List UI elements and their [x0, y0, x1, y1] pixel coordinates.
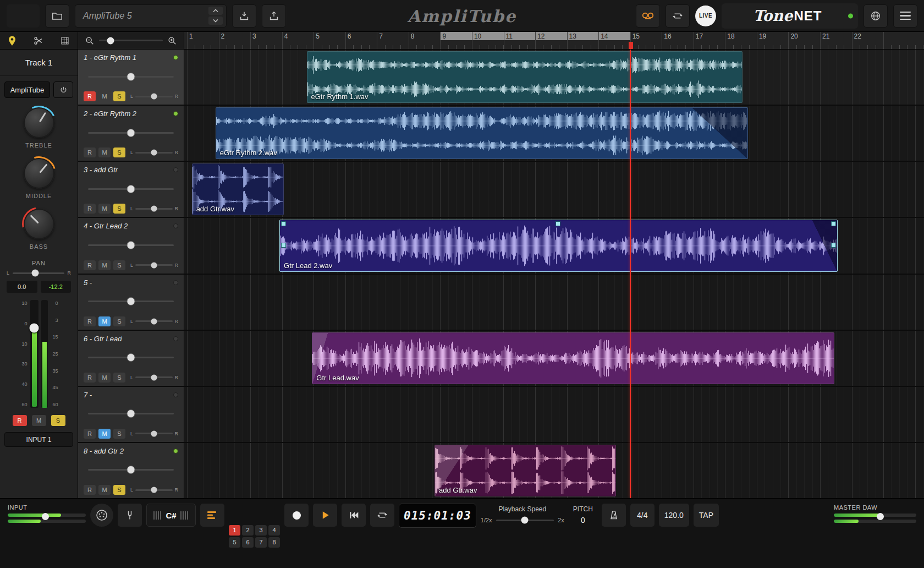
- zoom-in-icon[interactable]: [167, 36, 177, 46]
- track-solo-button[interactable]: S: [113, 316, 125, 326]
- track-volume-slider[interactable]: [88, 353, 174, 362]
- track-record-button[interactable]: R: [84, 204, 96, 214]
- audio-clip[interactable]: eGtr Rythm 1.wav: [307, 51, 743, 103]
- track-lane-6[interactable]: Gtr Lead.wav: [184, 331, 924, 386]
- audio-clip[interactable]: eGtr Rythm 2.wav: [216, 107, 748, 159]
- preset-next-button[interactable]: [208, 17, 223, 25]
- zoom-out-icon[interactable]: [85, 36, 95, 46]
- track-record-button[interactable]: R: [84, 373, 96, 383]
- track-lane-5[interactable]: [184, 275, 924, 330]
- bpm-button[interactable]: 120.0: [659, 504, 689, 527]
- track-select-8[interactable]: 8: [268, 537, 280, 548]
- track-pan-control[interactable]: LR: [130, 263, 178, 268]
- track-pan-control[interactable]: LR: [130, 94, 178, 99]
- clip-resize-handle[interactable]: [831, 243, 836, 248]
- track-solo-button[interactable]: S: [113, 260, 125, 270]
- preset-selector[interactable]: AmpliTube 5: [75, 4, 227, 28]
- input-meter[interactable]: [8, 514, 86, 523]
- track-mute-button[interactable]: M: [98, 373, 111, 383]
- track-record-button[interactable]: R: [84, 148, 96, 157]
- amplitube-plugin-button[interactable]: AmpliTube: [4, 81, 50, 98]
- channel-volume-fader[interactable]: [30, 300, 38, 408]
- track-solo-button[interactable]: S: [113, 429, 125, 439]
- tuner-button[interactable]: [118, 504, 142, 527]
- rewind-button[interactable]: [342, 504, 366, 527]
- play-button[interactable]: [313, 504, 337, 527]
- time-signature-button[interactable]: 4/4: [630, 504, 654, 527]
- track-record-button[interactable]: R: [84, 91, 96, 101]
- clip-resize-handle[interactable]: [831, 221, 836, 226]
- tap-tempo-button[interactable]: TAP: [694, 504, 719, 527]
- looper-button[interactable]: [666, 4, 690, 28]
- save-preset-button[interactable]: [232, 4, 256, 28]
- track-volume-slider[interactable]: [88, 129, 174, 137]
- track-lane-7[interactable]: [184, 387, 924, 442]
- track-pan-control[interactable]: LR: [130, 206, 178, 211]
- track-header-2[interactable]: 2 - eGtr Rythm 2RMSLR: [78, 106, 184, 161]
- track-solo-button[interactable]: S: [113, 148, 125, 157]
- playback-speed-slider[interactable]: [496, 520, 554, 521]
- track-header-4[interactable]: 4 - Gtr Lead 2RMSLR: [78, 218, 184, 273]
- audio-clip[interactable]: add Gtr.wav: [192, 163, 284, 215]
- track-record-button[interactable]: R: [84, 316, 96, 326]
- track-lane-1[interactable]: eGtr Rythm 1.wav: [184, 50, 924, 105]
- track-solo-button[interactable]: S: [113, 204, 125, 214]
- track-header-7[interactable]: 7 -RMSLR: [78, 387, 184, 442]
- zoom-slider[interactable]: [99, 40, 163, 41]
- track-mute-button[interactable]: M: [98, 204, 111, 214]
- preset-prev-button[interactable]: [208, 7, 223, 15]
- clip-resize-handle[interactable]: [281, 221, 286, 226]
- master-level-thumb[interactable]: [877, 513, 884, 520]
- menu-button[interactable]: [893, 4, 917, 28]
- track-select-4[interactable]: 4: [268, 525, 280, 536]
- track-header-1[interactable]: 1 - eGtr Rythm 1RMSLR: [78, 50, 184, 105]
- track-lane-4[interactable]: Gtr Lead 2.wav: [184, 218, 924, 273]
- live-button[interactable]: LIVE: [695, 6, 716, 26]
- track-select-3[interactable]: 3: [255, 525, 267, 536]
- track-pan-control[interactable]: LR: [130, 375, 178, 380]
- audio-clip[interactable]: Gtr Lead.wav: [312, 332, 834, 384]
- timeline-ruler[interactable]: 12345678910111213141516171819202122: [184, 32, 924, 49]
- track-record-button[interactable]: R: [84, 429, 96, 439]
- master-meter[interactable]: [834, 514, 916, 523]
- middle-knob[interactable]: [24, 158, 54, 189]
- globe-button[interactable]: [864, 4, 888, 28]
- track-select-2[interactable]: 2: [242, 525, 254, 536]
- plugin-power-button[interactable]: [53, 81, 73, 98]
- grid-icon[interactable]: [60, 36, 70, 46]
- track-lane-8[interactable]: add Gtr.wav: [184, 443, 924, 498]
- track-select-6[interactable]: 6: [242, 537, 254, 548]
- track-header-3[interactable]: 3 - add GtrRMSLR: [78, 162, 184, 217]
- input-selector[interactable]: INPUT 1: [4, 432, 73, 447]
- track-solo-button[interactable]: S: [113, 91, 125, 101]
- track-select-7[interactable]: 7: [255, 537, 267, 548]
- track-record-button[interactable]: R: [84, 260, 96, 270]
- track-volume-slider[interactable]: [88, 297, 174, 305]
- audio-clip[interactable]: Gtr Lead 2.wav: [279, 220, 838, 271]
- recorder-button[interactable]: [636, 4, 660, 28]
- track-mute-button[interactable]: M: [98, 485, 111, 495]
- export-share-button[interactable]: [262, 4, 286, 28]
- track-record-button[interactable]: R: [84, 485, 96, 495]
- channel-record-button[interactable]: R: [13, 415, 27, 426]
- track-pan-control[interactable]: LR: [130, 150, 178, 155]
- track-volume-slider[interactable]: [88, 409, 174, 418]
- pitch-block[interactable]: PITCH 0: [569, 504, 597, 525]
- track-lane-3[interactable]: add Gtr.wav: [184, 162, 924, 217]
- track-mute-button[interactable]: M: [98, 148, 111, 157]
- playhead[interactable]: [630, 50, 631, 498]
- track-mute-button[interactable]: M: [98, 260, 111, 270]
- channel-solo-button[interactable]: S: [51, 415, 65, 426]
- track-pan-control[interactable]: LR: [130, 431, 178, 436]
- bass-knob[interactable]: [24, 209, 54, 239]
- record-button[interactable]: [284, 504, 309, 527]
- playhead-marker[interactable]: [629, 42, 633, 49]
- treble-knob[interactable]: [24, 107, 54, 138]
- pan-slider[interactable]: [13, 272, 64, 274]
- marker-pin-icon[interactable]: [8, 35, 16, 46]
- clip-resize-handle[interactable]: [281, 243, 286, 248]
- track-pan-control[interactable]: LR: [130, 319, 178, 324]
- audio-clip[interactable]: add Gtr.wav: [435, 445, 616, 496]
- clip-resize-handle[interactable]: [556, 221, 560, 226]
- track-volume-slider[interactable]: [88, 185, 174, 193]
